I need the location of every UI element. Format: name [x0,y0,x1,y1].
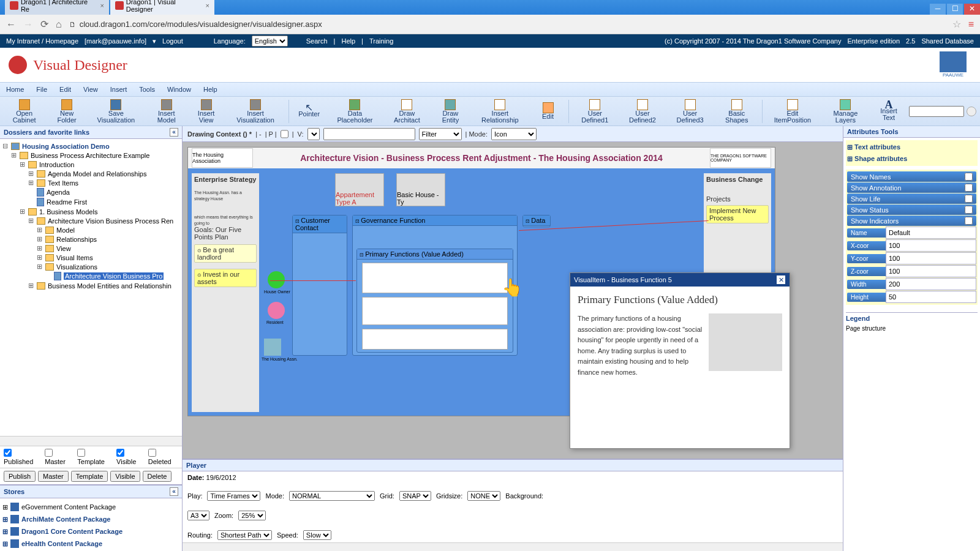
tree-item[interactable]: ⊞View [1,244,181,253]
play-select[interactable]: Time Frames [207,491,260,501]
text-attributes-head[interactable]: ⊞ Text attributes [847,141,976,153]
publish-button[interactable]: Publish [4,471,36,482]
collapse-icon[interactable]: « [170,487,178,496]
zcoor-input[interactable] [886,265,976,277]
actor-housing-assn[interactable] [264,339,281,356]
menu-insert[interactable]: Insert [110,86,127,93]
tree-item[interactable]: ⊞Business Process Architecture Example [1,151,181,160]
edit-button[interactable]: Edit [533,98,564,125]
menu-file[interactable]: File [36,86,47,93]
save-visualization-button[interactable]: Save Visualization [89,98,143,125]
show-names-toggle[interactable]: Show Names [847,171,976,182]
tree-item[interactable]: Readme First [1,197,181,207]
help-link[interactable]: Help [341,37,355,45]
master-check[interactable]: Master [45,449,72,465]
player-hscroll[interactable] [183,542,843,551]
language-select[interactable]: English [252,36,288,47]
apt-type-a-image[interactable]: Appartement Type A [335,173,384,206]
training-link[interactable]: Training [369,37,393,45]
menu-window[interactable]: Window [167,86,191,93]
basic-shapes-button[interactable]: Basic Shapes [716,98,757,125]
basic-house-image[interactable]: Basic House - Ty [396,173,445,206]
tree-item[interactable]: ⊞Business Model Entities and Relationshi… [1,281,181,290]
insert-relationship-button[interactable]: Insert Relationship [472,98,527,125]
xcoor-input[interactable] [886,239,976,252]
tree-item[interactable]: ⊞1. Business Models [1,207,181,216]
back-icon[interactable]: ← [6,19,16,30]
close-icon[interactable]: × [100,2,104,9]
edit-itemposition-button[interactable]: Edit ItemPosition [767,98,818,125]
open-cabinet-button[interactable]: Open Cabinet [4,98,45,125]
visible-button[interactable]: Visible [110,471,140,482]
tree-root[interactable]: Housing Association Demo [22,143,110,150]
pointer-button[interactable]: ↖Pointer [294,98,325,125]
primary-functions-box[interactable]: ⊡ Primary Functions (Value Added) [356,249,513,353]
draw-entity-button[interactable]: Draw Entity [434,98,468,125]
tree-item[interactable]: ⊞Architecture Vision Business Process Re… [1,216,181,225]
tree-item[interactable]: ⊞Model [1,225,181,234]
address-bar[interactable]: 🗋 cloud.dragon1.com/core/modules/visuald… [69,18,961,30]
width-input[interactable] [886,278,976,290]
user-defined3-button[interactable]: User Defined3 [669,98,712,125]
height-input[interactable] [886,291,976,303]
insert-view-button[interactable]: Insert View [190,98,223,125]
data-box[interactable]: ⊡ Data [522,215,551,227]
mode-select[interactable]: Icon [491,128,537,140]
process-diagram-2[interactable] [362,297,508,325]
customer-contact-box[interactable]: ⊡ Customer Contact [292,215,347,356]
stores-item[interactable]: ⊞eHealth Content Package [2,538,179,550]
stores-item[interactable]: ⊞ArchiMate Content Package [2,513,179,525]
insert-visualization-button[interactable]: Insert Visualization [227,98,283,125]
show-life-toggle[interactable]: Show Life [847,193,976,204]
show-annotation-toggle[interactable]: Show Annotation [847,182,976,193]
menu-view[interactable]: View [83,86,98,93]
menu-edit[interactable]: Edit [59,86,71,93]
tree-item[interactable]: ⊞Introduction [1,160,181,169]
tree-item[interactable]: Architecture Vision Business Pro [1,271,181,281]
filter-select[interactable]: Filter [419,128,462,140]
maximize-button[interactable]: ☐ [947,4,963,15]
reload-icon[interactable]: ⟳ [40,18,48,30]
search-link[interactable]: Search [306,37,328,45]
deleted-check[interactable]: Deleted [148,449,178,465]
insert-model-button[interactable]: Insert Model [148,98,185,125]
visible-check[interactable]: Visible [116,449,143,465]
paper-select[interactable]: A3 [187,511,209,520]
draw-architact-button[interactable]: Draw Architact [385,98,428,125]
ycoor-input[interactable] [886,252,976,264]
actor-resident[interactable] [268,302,285,319]
actor-house-owner[interactable] [268,271,285,288]
speed-select[interactable]: Slow [303,530,331,540]
tree-hscroll[interactable] [0,436,182,446]
name-input[interactable] [886,227,976,239]
close-button[interactable]: ✕ [964,4,980,15]
minimize-button[interactable]: ─ [930,4,946,15]
user-defined1-button[interactable]: User Defined1 [573,98,616,125]
tree-item[interactable]: Agenda [1,187,181,197]
ribbon-search-input[interactable] [909,106,964,117]
master-button[interactable]: Master [38,471,69,482]
routing-select[interactable]: Shortest Path [217,530,272,540]
home-icon[interactable]: ⌂ [56,19,62,30]
close-icon[interactable]: × [206,2,209,9]
new-folder-button[interactable]: New Folder [50,98,84,125]
show-indicators-toggle[interactable]: Show Indicators [847,216,976,226]
p-checkbox[interactable] [281,128,288,140]
governance-function-box[interactable]: ⊡ Governance Function ⊡ Primary Function… [352,215,518,356]
template-button[interactable]: Template [71,471,108,482]
process-diagram-3[interactable] [362,329,508,350]
search-icon[interactable] [967,107,976,116]
tree-item[interactable]: ⊞Visual Items [1,253,181,262]
player-mode-select[interactable]: NORMAL [289,491,375,501]
template-check[interactable]: Template [77,449,111,465]
popup-header[interactable]: VisualItem - Business Function 5 ✕ [570,273,790,287]
browser-tab-active[interactable]: Dragon1 | Visual Designer × [110,0,214,15]
tree-item[interactable]: ⊞Visualizations [1,262,181,271]
v-select[interactable] [307,128,320,140]
manage-layers-button[interactable]: Manage Layers [823,98,869,125]
browser-tab[interactable]: Dragon1 | Architecture Re × [5,0,109,15]
forward-icon[interactable]: → [23,19,33,30]
gridsize-select[interactable]: NONE [467,491,500,501]
intranet-link[interactable]: My Intranet / Homepage [6,37,78,45]
insert-text-button[interactable]: AInsert Text [873,98,904,125]
